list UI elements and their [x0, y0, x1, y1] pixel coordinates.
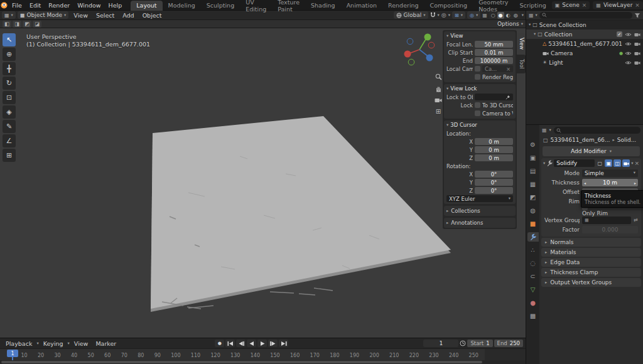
workspace-tab-modeling[interactable]: Modeling [163, 1, 201, 11]
collection-exclude-checkbox[interactable]: ✓ [617, 31, 622, 37]
section-header-view-lock[interactable]: ▾ View Lock [444, 84, 516, 93]
blender-logo-icon[interactable] [0, 1, 8, 9]
shading-solid-icon[interactable]: ● [497, 12, 504, 19]
timeline-menu-marker[interactable]: Marker [92, 340, 119, 347]
modifier-realtime-toggle[interactable]: ▣ [605, 159, 612, 167]
cursor-rotation-z[interactable]: 0° [475, 187, 513, 194]
properties-tab-tool[interactable]: ⚙ [527, 140, 539, 149]
sidebar-tab-view[interactable]: View [517, 33, 526, 54]
eye-icon[interactable] [625, 51, 632, 56]
modifier-name-field[interactable]: Solidify [554, 159, 595, 167]
editor-type-button[interactable]: ▦ ▾ [2, 11, 16, 19]
menu-render[interactable]: Render [45, 2, 73, 9]
properties-tab-object-data[interactable]: ▽ [527, 285, 539, 294]
play-button[interactable] [257, 340, 267, 347]
falloff-icon-4[interactable]: ◪ [33, 21, 41, 28]
overlays-dropdown[interactable]: ◎ ▾ [467, 11, 480, 19]
modifier-viewport-toggle[interactable]: ◫ [613, 159, 621, 167]
sidebar-section-collections[interactable]: ▸ Collections [444, 206, 516, 216]
filter-funnel-icon[interactable] [634, 13, 640, 18]
properties-tab-texture[interactable]: ▩ [527, 311, 539, 321]
eye-icon[interactable] [625, 32, 632, 37]
outliner-row-mesh-object[interactable]: △ 53394611_dem_6677.001 [526, 39, 643, 48]
render-camera-icon[interactable] [634, 32, 640, 37]
modifier-section-normals[interactable]: ▸ Normals [541, 238, 641, 247]
properties-tab-scene[interactable]: ◩ [527, 193, 539, 202]
camera-to-view-checkbox[interactable] [475, 110, 480, 116]
shading-material-icon[interactable]: ◐ [505, 12, 512, 19]
proportional-dropdown-icon[interactable]: ▾ [448, 13, 450, 18]
modifier-section-edge-data[interactable]: ▸ Edge Data [541, 258, 641, 267]
breadcrumb-object[interactable]: 53394611_dem_66... [551, 137, 610, 143]
timeline-menu-keying[interactable]: Keying [40, 340, 67, 347]
transform-orientation-dropdown[interactable]: Global ▾ [394, 11, 428, 19]
frame-end-field[interactable]: End 250 [494, 340, 523, 347]
workspace-tab-compositing[interactable]: Compositing [424, 1, 473, 11]
cursor-location-z[interactable]: 0 m [475, 154, 513, 161]
tool-annotate[interactable]: ✎ [3, 120, 16, 133]
options-dropdown[interactable]: Options [497, 21, 519, 27]
eye-icon[interactable] [625, 60, 632, 65]
tool-transform[interactable]: ◈ [3, 105, 16, 119]
tool-rotate[interactable]: ↻ [3, 77, 16, 90]
gizmos-dropdown[interactable]: ⊞ ▾ [452, 11, 465, 19]
increment-arrow-icon[interactable]: ▸ [634, 181, 636, 185]
viewport-menu-add[interactable]: Add [119, 12, 137, 19]
outliner-row-collection[interactable]: ▾ □ Collection ✓ [526, 29, 643, 39]
breadcrumb-modifier[interactable]: Solid... [617, 137, 637, 143]
current-frame-field[interactable]: 1 [423, 340, 458, 347]
tool-scale[interactable]: ⊡ [3, 91, 16, 104]
timeline-ruler[interactable]: 1102030405060708090100110120130140150160… [0, 348, 526, 360]
properties-tab-view-layer[interactable]: ▦ [527, 179, 539, 189]
previous-keyframe-button[interactable] [236, 340, 246, 347]
properties-tab-render[interactable]: ▣ [527, 153, 539, 163]
editor-outliner-icon[interactable]: ▦ [529, 13, 534, 18]
timeline-scrollbar-thumb[interactable] [1, 361, 482, 363]
cursor-rotation-y[interactable]: 0° [475, 179, 513, 186]
eye-icon[interactable] [625, 41, 632, 46]
workspace-tab-scripting[interactable]: Scripting [514, 1, 552, 11]
properties-tab-output[interactable]: ▤ [527, 166, 539, 176]
cursor-location-y[interactable]: 0 m [475, 146, 513, 153]
xray-toggle-icon[interactable]: ▦ [482, 13, 487, 18]
viewport-menu-object[interactable]: Object [139, 12, 165, 19]
zoom-icon[interactable] [435, 73, 442, 80]
workspace-tab-sculpting[interactable]: Sculpting [201, 1, 240, 11]
outliner-row-light[interactable]: ☀ Light [526, 58, 643, 67]
play-reverse-button[interactable] [247, 340, 256, 347]
outliner-row-scene-collection[interactable]: ▾ □ Scene Collection [526, 20, 643, 29]
eyedropper-icon[interactable] [505, 95, 511, 100]
add-modifier-button[interactable]: Add Modifier ▾ [543, 146, 640, 156]
workspace-tab-uv-editing[interactable]: UV Editing [240, 1, 272, 11]
section-header-view[interactable]: ▾ View [444, 31, 516, 40]
editor-properties-icon[interactable]: ▦ [542, 127, 547, 133]
workspace-tab-rendering[interactable]: Rendering [382, 1, 424, 11]
scene-unlink-icon[interactable]: × [582, 2, 587, 8]
render-camera-icon[interactable] [634, 60, 640, 65]
falloff-icon-2[interactable]: ◨ [13, 21, 21, 28]
local-camera-field[interactable]: Ca... × [482, 65, 513, 72]
modifier-section-thickness-clamp[interactable]: ▸ Thickness Clamp [541, 268, 641, 277]
tool-select-box[interactable]: ↖ [3, 33, 16, 46]
workspace-tab-texture-paint[interactable]: Texture Paint [272, 1, 305, 11]
menu-file[interactable]: File [8, 2, 26, 9]
snap-magnet-icon[interactable] [430, 12, 436, 18]
mode-dropdown[interactable]: Simple ▾ [582, 169, 638, 177]
tool-cursor[interactable]: ⊕ [3, 48, 16, 61]
workspace-tab-layout[interactable]: Layout [131, 1, 162, 11]
render-region-checkbox[interactable] [475, 74, 480, 80]
local-camera-checkbox[interactable] [475, 66, 480, 72]
disclosure-icon[interactable]: ▾ [529, 23, 531, 27]
properties-tab-constraints[interactable]: ⊂ [527, 272, 539, 281]
properties-tab-modifiers[interactable] [527, 232, 539, 242]
jump-to-end-button[interactable] [279, 340, 288, 347]
menu-help[interactable]: Help [105, 2, 126, 9]
lock-to-object-field[interactable] [475, 94, 513, 100]
shading-rendered-icon[interactable]: ◍ [512, 12, 519, 19]
lock-3d-cursor-checkbox[interactable] [475, 102, 480, 108]
falloff-icon-1[interactable]: ◧ [3, 21, 11, 28]
factor-field[interactable]: 0.000 [582, 226, 638, 233]
modifier-close-icon[interactable]: × [634, 160, 639, 166]
menu-edit[interactable]: Edit [26, 2, 45, 9]
viewport-menu-view[interactable]: View [70, 12, 91, 19]
